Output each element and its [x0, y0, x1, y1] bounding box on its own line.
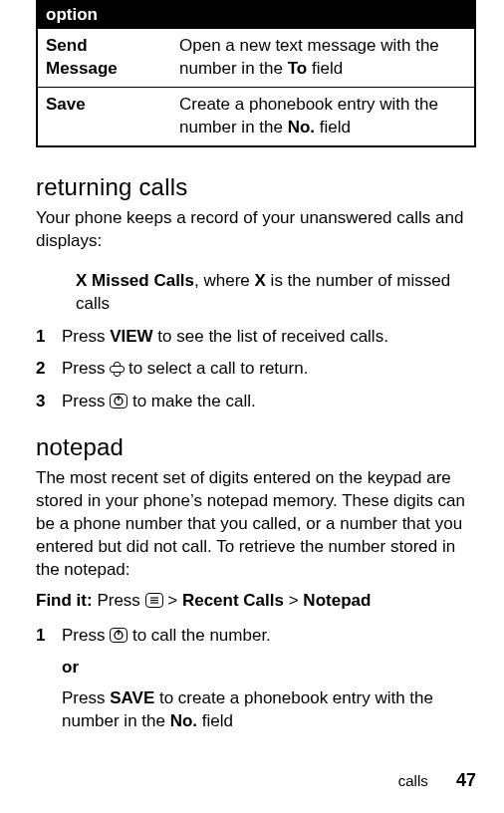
find-it-line: Find it: Press > Recent Calls > Notepad	[36, 590, 476, 613]
table-header: option	[37, 1, 475, 29]
intro-returning: Your phone keeps a record of your unansw…	[36, 207, 476, 253]
text: field	[307, 59, 343, 78]
text: field	[197, 711, 233, 730]
text: , where	[194, 271, 254, 290]
text: >	[163, 591, 182, 610]
option-table: option Send Message Open a new text mess…	[36, 0, 476, 147]
or-label: or	[62, 658, 476, 678]
field-ref: No.	[288, 118, 315, 136]
step-number: 3	[36, 391, 45, 413]
table-row: Send Message Open a new text message wit…	[37, 29, 475, 88]
menu-item: Notepad	[303, 591, 371, 610]
step-number: 1	[36, 326, 45, 349]
menu-key-icon	[145, 593, 163, 608]
intro-notepad: The most recent set of digits entered on…	[36, 467, 476, 582]
text: >	[284, 591, 303, 610]
text: Press	[62, 392, 110, 410]
heading-notepad: notepad	[36, 433, 476, 461]
steps-notepad: 1 Press to call the number.	[36, 625, 476, 648]
step-1: 1 Press VIEW to see the list of received…	[36, 326, 476, 349]
text: Press	[62, 327, 110, 346]
footer-section: calls	[398, 772, 428, 789]
text: Press	[62, 626, 110, 645]
field-ref: To	[288, 59, 308, 78]
text: to call the number.	[127, 626, 271, 645]
step-2: 2 Press to select a call to return.	[36, 358, 476, 381]
field-ref: No.	[170, 711, 197, 730]
option-name: Send Message	[37, 29, 171, 88]
option-desc: Create a phonebook entry with the number…	[171, 87, 475, 145]
menu-item: Recent Calls	[182, 591, 284, 610]
option-desc: Open a new text message with the number …	[171, 29, 475, 88]
send-key-icon	[110, 628, 127, 643]
send-key-icon	[110, 394, 127, 408]
find-it-label: Find it:	[36, 591, 93, 610]
step-number: 2	[36, 358, 45, 381]
page-number: 47	[456, 770, 476, 790]
step-3: 3 Press to make the call.	[36, 391, 476, 413]
text: Press	[62, 359, 110, 378]
step-number: 1	[36, 625, 45, 648]
option-name: Save	[37, 87, 171, 145]
text: field	[315, 118, 351, 136]
text: to see the list of received calls.	[153, 327, 388, 346]
steps-returning: 1 Press VIEW to see the list of received…	[36, 326, 476, 414]
softkey-save: SAVE	[110, 688, 154, 707]
heading-returning-calls: returning calls	[36, 173, 476, 201]
alt-step: Press SAVE to create a phonebook entry w…	[62, 687, 476, 733]
missed-calls-line: X Missed Calls, where X is the number of…	[76, 270, 476, 316]
table-row: Save Create a phonebook entry with the n…	[37, 87, 475, 145]
text: X Missed Calls	[76, 271, 194, 290]
nav-key-icon	[110, 362, 124, 376]
text: to select a call to return.	[124, 359, 308, 378]
softkey-view: VIEW	[110, 327, 152, 346]
text: Press	[93, 591, 145, 610]
text: Press	[62, 688, 110, 707]
text: X	[255, 271, 266, 290]
page-footer: calls 47	[398, 770, 476, 791]
step-1: 1 Press to call the number.	[36, 625, 476, 648]
text: to make the call.	[127, 392, 256, 410]
